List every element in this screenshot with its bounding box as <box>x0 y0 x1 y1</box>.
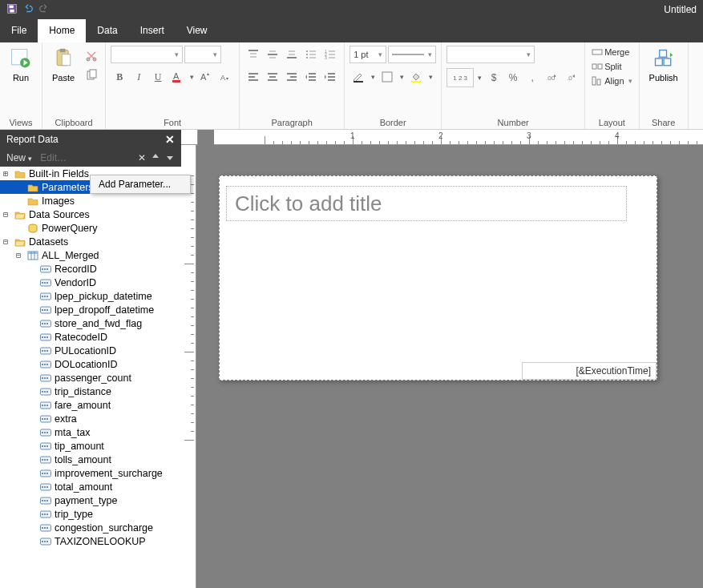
italic-button[interactable]: I <box>130 68 147 86</box>
undo-icon[interactable] <box>22 3 34 17</box>
valign-bottom-button[interactable] <box>283 46 301 63</box>
panel-new-menu[interactable]: New ▾ <box>6 152 32 163</box>
borders-dropdown[interactable]: ▾ <box>398 68 406 86</box>
numbering-button[interactable]: 123 <box>321 46 339 63</box>
tree-item[interactable]: ·passenger_count <box>0 371 181 385</box>
fill-color-button[interactable] <box>407 68 425 86</box>
tree-item[interactable]: ·RecordID <box>0 262 181 276</box>
thousands-button[interactable]: , <box>523 69 541 87</box>
collapse-icon[interactable]: ⊟ <box>3 210 11 219</box>
svg-rect-87 <box>44 309 46 311</box>
decrease-indent-button[interactable] <box>302 68 320 86</box>
font-color-dropdown[interactable]: ▾ <box>188 68 196 86</box>
tree-item-label: ALL_Merged <box>42 250 99 261</box>
tree-item[interactable]: ·TAXIZONELOOKUP <box>0 534 181 548</box>
underline-button[interactable]: U <box>149 68 167 86</box>
grow-font-button[interactable]: A▴ <box>197 68 215 86</box>
fill-color-dropdown[interactable]: ▾ <box>426 68 434 86</box>
panel-close-button[interactable]: ✕ <box>165 133 175 146</box>
svg-rect-122 <box>42 432 43 433</box>
tree-item[interactable]: ·congestion_surcharge <box>0 521 181 534</box>
redo-icon[interactable] <box>38 3 50 17</box>
percent-button[interactable]: % <box>504 69 522 87</box>
tree-item[interactable]: ·lpep_dropoff_datetime <box>0 303 181 316</box>
tree-item[interactable]: ·fare_amount <box>0 398 181 412</box>
tree-item[interactable]: ·tolls_amount <box>0 453 181 466</box>
border-color-dropdown[interactable]: ▾ <box>369 68 377 86</box>
execution-time-textbox[interactable]: [&ExecutionTime] <box>522 362 657 380</box>
tree-item[interactable]: ⊟Datasets <box>0 235 181 248</box>
font-color-button[interactable]: A <box>168 68 186 86</box>
align-center-button[interactable] <box>264 68 281 86</box>
align-left-button[interactable] <box>244 68 262 86</box>
svg-rect-156 <box>46 541 48 542</box>
tree-item[interactable]: ·lpep_pickup_datetime <box>0 289 181 303</box>
report-data-tree[interactable]: ⊞Built-in Fields·Parameters·Images⊟Data … <box>0 167 181 588</box>
tree-item[interactable]: ·trip_type <box>0 507 181 521</box>
save-icon[interactable] <box>6 3 18 17</box>
panel-move-up-button[interactable] <box>151 152 160 164</box>
menu-add-parameter[interactable]: Add Parameter... <box>91 175 190 193</box>
decrease-decimal-button[interactable]: .0 <box>562 69 580 87</box>
tree-item[interactable]: ·improvement_surcharge <box>0 466 181 480</box>
panel-edit-button[interactable]: Edit… <box>40 152 67 163</box>
font-name-select[interactable]: ▾ <box>111 46 183 63</box>
borders-button[interactable] <box>378 68 396 86</box>
tab-insert[interactable]: Insert <box>129 19 176 42</box>
align-right-button[interactable] <box>283 68 301 86</box>
tree-item[interactable]: ·Images <box>0 194 181 207</box>
split-button[interactable]: Split <box>590 60 623 73</box>
expand-icon[interactable]: ⊞ <box>3 169 11 178</box>
tree-item[interactable]: ·PowerQuery <box>0 221 181 235</box>
tree-item[interactable]: ·PULocationID <box>0 344 181 357</box>
report-body-region[interactable]: Click to add title [&ExecutionTime] <box>196 145 703 588</box>
tree-item[interactable]: ·mta_tax <box>0 425 181 439</box>
svg-rect-32 <box>309 57 316 58</box>
placeholder-style-button[interactable]: 1 2 3 <box>446 68 474 87</box>
shrink-font-button[interactable]: A▾ <box>216 68 234 86</box>
tree-item[interactable]: ·total_amount <box>0 480 181 493</box>
placeholder-dropdown[interactable]: ▾ <box>475 69 483 87</box>
currency-button[interactable]: $ <box>485 69 503 87</box>
panel-move-down-button[interactable] <box>165 152 175 164</box>
number-format-select[interactable]: ▾ <box>446 46 535 63</box>
valign-top-button[interactable] <box>244 46 262 63</box>
run-button[interactable]: Run <box>5 44 37 86</box>
increase-indent-button[interactable] <box>321 68 339 86</box>
publish-button[interactable]: Publish <box>644 44 683 86</box>
tab-file[interactable]: File <box>0 19 38 42</box>
font-size-select[interactable]: ▾ <box>184 46 221 63</box>
report-page[interactable]: Click to add title [&ExecutionTime] <box>219 175 657 381</box>
valign-middle-button[interactable] <box>264 46 281 63</box>
tree-item[interactable]: ·payment_type <box>0 493 181 507</box>
title-textbox[interactable]: Click to add title <box>226 186 627 221</box>
bullets-button[interactable] <box>302 46 320 63</box>
svg-rect-154 <box>42 541 43 542</box>
paste-button[interactable]: Paste <box>47 44 79 86</box>
bold-button[interactable]: B <box>111 68 128 86</box>
border-width-select[interactable]: 1 pt▾ <box>349 46 386 63</box>
cut-icon[interactable] <box>83 47 100 65</box>
tree-item[interactable]: ·trip_distance <box>0 385 181 398</box>
collapse-icon[interactable]: ⊟ <box>3 237 11 246</box>
tree-item[interactable]: ·extra <box>0 412 181 425</box>
tree-item[interactable]: ·VendorID <box>0 276 181 289</box>
tree-item[interactable]: ⊟Data Sources <box>0 207 181 221</box>
border-style-select[interactable]: ▾ <box>388 46 436 63</box>
merge-button[interactable]: Merge <box>590 46 631 58</box>
panel-delete-button[interactable]: ✕ <box>138 152 146 163</box>
tree-item[interactable]: ·store_and_fwd_flag <box>0 316 181 330</box>
tree-item[interactable]: ⊟ALL_Merged <box>0 248 181 262</box>
tree-item[interactable]: ·tip_amount <box>0 439 181 453</box>
tree-item[interactable]: ·RatecodeID <box>0 330 181 344</box>
tree-item[interactable]: ·DOLocationID <box>0 357 181 371</box>
align-menu[interactable]: Align▾ <box>590 75 633 87</box>
border-color-button[interactable] <box>349 68 367 86</box>
tab-view[interactable]: View <box>176 19 219 42</box>
increase-decimal-button[interactable]: .00 <box>543 69 560 87</box>
copy-icon[interactable] <box>83 66 100 84</box>
tab-home[interactable]: Home <box>38 19 86 42</box>
collapse-icon[interactable]: ⊟ <box>16 251 24 260</box>
tab-data[interactable]: Data <box>86 19 128 42</box>
tree-item-label: VendorID <box>55 277 96 288</box>
